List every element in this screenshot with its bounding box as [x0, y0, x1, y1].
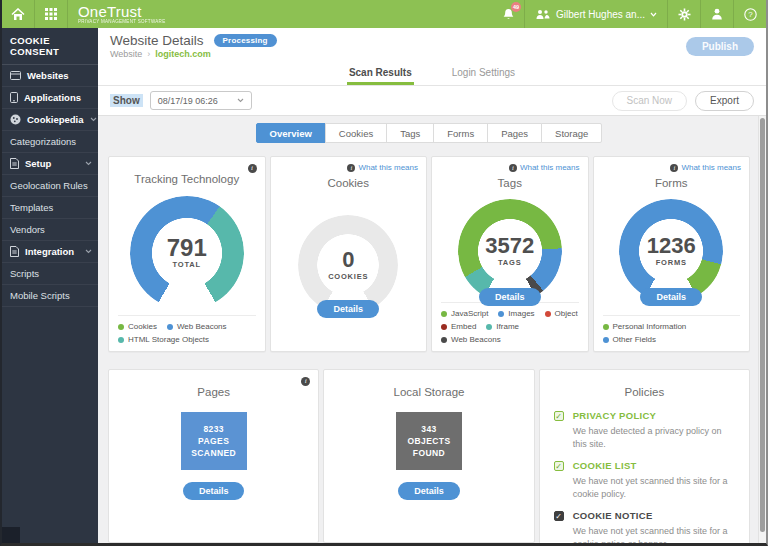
- legend: JavaScript Images Object Embed Iframe We…: [441, 302, 579, 344]
- policy-label: COOKIE LIST: [573, 460, 637, 471]
- breadcrumb-parent[interactable]: Website: [110, 49, 142, 59]
- brand-name: OneTrust: [78, 4, 165, 19]
- notifications-button[interactable]: 49: [492, 0, 524, 28]
- what-this-means-link[interactable]: iWhat this means: [670, 163, 741, 172]
- legend-item: Web Beacons: [167, 322, 227, 331]
- gauge-unit: TAGS: [498, 258, 521, 267]
- what-this-means-link[interactable]: iWhat this means: [347, 163, 418, 172]
- gauge-value: 3572: [485, 235, 534, 257]
- details-button[interactable]: Details: [317, 300, 379, 318]
- sidebar-item-applications[interactable]: Applications: [2, 87, 98, 109]
- checkbox-checked-icon: [554, 511, 564, 521]
- tab-scan-results[interactable]: Scan Results: [347, 62, 414, 85]
- account-button[interactable]: [701, 0, 733, 28]
- legend-dot: [118, 324, 124, 330]
- user-name: Gilbert Hughes an...: [556, 9, 645, 20]
- scan-date-value: 08/17/19 06:26: [158, 96, 218, 106]
- grid-icon: [45, 8, 57, 20]
- checkbox-checked-icon: [554, 461, 564, 471]
- scrollbar-thumb[interactable]: [760, 118, 765, 532]
- publish-button[interactable]: Publish: [686, 37, 754, 56]
- card-pages: i Pages 8233 PAGES SCANNED Details: [108, 369, 319, 543]
- svg-text:?: ?: [748, 10, 753, 19]
- sidebar-item-scripts[interactable]: Scripts: [2, 263, 98, 285]
- sidebar-item-integration[interactable]: Integration: [2, 241, 98, 263]
- cookie-icon: [10, 114, 21, 125]
- legend-item: JavaScript: [441, 309, 488, 318]
- objects-found-tile: 343 OBJECTS FOUND: [396, 412, 462, 470]
- top-bar: OneTrust PRIVACY MANAGEMENT SOFTWARE 49 …: [2, 0, 766, 28]
- details-button[interactable]: Details: [479, 288, 541, 306]
- policy-label: COOKIE NOTICE: [573, 510, 653, 521]
- sidebar-item-vendors[interactable]: Vendors: [2, 219, 98, 241]
- legend-item: Iframe: [486, 322, 519, 331]
- subtab-forms[interactable]: Forms: [433, 123, 488, 143]
- legend-dot: [545, 311, 551, 317]
- home-icon: [11, 8, 25, 21]
- result-subtabs: Overview Cookies Tags Forms Pages Storag…: [108, 123, 750, 143]
- subtab-cookies[interactable]: Cookies: [325, 123, 387, 143]
- legend-dot: [486, 324, 492, 330]
- info-icon[interactable]: i: [301, 377, 310, 386]
- card-title: Forms: [655, 177, 688, 189]
- show-label: Show: [110, 94, 143, 107]
- help-button[interactable]: ?: [734, 0, 766, 28]
- gauge-value: 0: [342, 249, 354, 271]
- card-policies: Policies PRIVACY POLICY We have detected…: [539, 369, 750, 543]
- details-button[interactable]: Details: [640, 288, 702, 306]
- subtab-pages[interactable]: Pages: [487, 123, 542, 143]
- policy-item-privacy-policy: PRIVACY POLICY We have detected a privac…: [554, 410, 733, 450]
- mobile-icon: [10, 92, 18, 103]
- legend-dot: [118, 337, 124, 343]
- scan-results-content: Overview Cookies Tags Forms Pages Storag…: [98, 116, 766, 543]
- scan-now-button[interactable]: Scan Now: [612, 91, 688, 111]
- card-title: Tags: [498, 177, 522, 189]
- subtab-overview[interactable]: Overview: [256, 123, 326, 143]
- chevron-right-icon: ›: [147, 49, 150, 59]
- tab-login-settings[interactable]: Login Settings: [450, 62, 517, 85]
- legend-dot: [167, 324, 173, 330]
- sidebar-collapse-button[interactable]: [2, 527, 20, 543]
- what-this-means-link[interactable]: iWhat this means: [509, 163, 580, 172]
- summary-cards-row: i Pages 8233 PAGES SCANNED Details Local…: [108, 369, 750, 543]
- card-title: Local Storage: [394, 386, 465, 398]
- home-button[interactable]: [2, 0, 34, 28]
- policy-description: We have not yet scanned this site for a …: [573, 475, 733, 500]
- user-menu[interactable]: Gilbert Hughes an...: [525, 0, 667, 28]
- users-icon: [535, 9, 551, 20]
- sidebar-item-cookiepedia[interactable]: Cookiepedia: [2, 109, 98, 131]
- details-button[interactable]: Details: [183, 482, 245, 500]
- subtab-storage[interactable]: Storage: [541, 123, 602, 143]
- scan-date-select[interactable]: 08/17/19 06:26: [150, 91, 252, 110]
- export-button[interactable]: Export: [695, 91, 754, 111]
- question-icon: ?: [744, 8, 757, 21]
- chevron-down-icon: [650, 12, 657, 17]
- info-icon[interactable]: i: [248, 164, 257, 173]
- card-forms: iWhat this means Forms 1236 FORMS Detail…: [593, 156, 751, 352]
- page-title: Website Details: [110, 33, 204, 48]
- settings-button[interactable]: [668, 0, 700, 28]
- card-title: Pages: [197, 386, 230, 398]
- details-button[interactable]: Details: [398, 482, 460, 500]
- document-icon: [10, 246, 19, 257]
- legend-item: Embed: [441, 322, 476, 331]
- subtab-tags[interactable]: Tags: [386, 123, 434, 143]
- card-local-storage: Local Storage 343 OBJECTS FOUND Details: [323, 369, 534, 543]
- gauge-cards-row: i Tracking Technology 791 TOTAL Cookies …: [108, 156, 750, 352]
- app-switcher-button[interactable]: [35, 0, 67, 28]
- gauge-unit: TOTAL: [173, 260, 201, 269]
- card-tracking-technology: i Tracking Technology 791 TOTAL Cookies …: [108, 156, 266, 352]
- pages-scanned-tile: 8233 PAGES SCANNED: [181, 412, 247, 470]
- sidebar-item-mobile-scripts[interactable]: Mobile Scripts: [2, 285, 98, 307]
- sidebar-item-categorizations[interactable]: Categorizations: [2, 131, 98, 153]
- info-icon: i: [670, 164, 678, 172]
- sidebar-item-templates[interactable]: Templates: [2, 197, 98, 219]
- policy-description: We have detected a privacy policy on thi…: [573, 425, 733, 450]
- sidebar-header: COOKIE CONSENT: [2, 28, 98, 65]
- policy-item-cookie-notice: COOKIE NOTICE We have not yet scanned th…: [554, 510, 733, 543]
- legend-item: Images: [498, 309, 534, 318]
- sidebar: COOKIE CONSENT Websites Applications Coo…: [2, 28, 98, 543]
- sidebar-item-websites[interactable]: Websites: [2, 65, 98, 87]
- sidebar-item-setup[interactable]: Setup: [2, 153, 98, 175]
- sidebar-item-geolocation-rules[interactable]: Geolocation Rules: [2, 175, 98, 197]
